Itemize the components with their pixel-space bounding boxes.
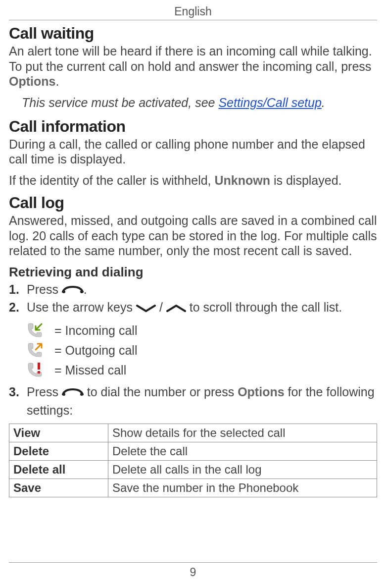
step-number: 1. xyxy=(9,281,27,298)
heading-call-log: Call log xyxy=(9,194,377,212)
option-label: Delete xyxy=(9,442,108,461)
list-item: = Incoming call xyxy=(27,322,377,339)
call-info-p2: If the identity of the caller is withhel… xyxy=(9,173,377,188)
option-label: Save xyxy=(9,479,108,497)
call-waiting-body: An alert tone will be heard if there is … xyxy=(9,44,377,89)
text: = Outgoing call xyxy=(54,343,137,358)
list-item: 2. Use the arrow keys / to scroll throug… xyxy=(9,299,377,317)
options-label: Options xyxy=(238,385,284,399)
text: to dial the number or press xyxy=(87,385,238,399)
settings-call-setup-link[interactable]: Settings/Call setup xyxy=(218,96,321,109)
list-item: = Outgoing call xyxy=(27,342,377,359)
text: Press xyxy=(27,282,62,296)
text: Press xyxy=(27,385,62,399)
option-desc: Delete all calls in the call log xyxy=(108,461,377,479)
options-table: View Show details for the selected call … xyxy=(9,424,377,497)
option-desc: Save the number in the Phonebook xyxy=(108,479,377,497)
option-desc: Delete the call xyxy=(108,442,377,461)
steps-list: 1. Press . 2. Use the arrow keys / to sc… xyxy=(9,281,377,317)
option-label: View xyxy=(9,424,108,442)
call-icon-legend: = Incoming call = Outgoing call = Missed… xyxy=(27,322,377,378)
svg-point-1 xyxy=(80,290,83,293)
text: If the identity of the caller is withhel… xyxy=(9,173,215,187)
call-log-body: Answered, missed, and outgoing calls are… xyxy=(9,213,377,259)
list-item: = Missed call xyxy=(27,362,377,378)
text: to scroll through the call list. xyxy=(190,300,342,314)
steps-list-cont: 3. Press to dial the number or press Opt… xyxy=(9,383,377,419)
svg-point-5 xyxy=(80,393,83,396)
text: An alert tone will be heard if there is … xyxy=(9,44,372,73)
missed-call-icon xyxy=(27,362,54,378)
unknown-label: Unknown xyxy=(215,173,271,187)
text: . xyxy=(84,282,87,296)
call-key-icon xyxy=(62,384,84,402)
text: . xyxy=(322,96,325,109)
page-number: 9 xyxy=(9,562,377,588)
table-row: Delete Delete the call xyxy=(9,442,377,461)
table-row: View Show details for the selected call xyxy=(9,424,377,442)
table-row: Delete all Delete all calls in the call … xyxy=(9,461,377,479)
step-number: 2. xyxy=(9,299,27,316)
call-key-icon xyxy=(62,282,84,299)
text: = Missed call xyxy=(54,363,126,377)
svg-rect-2 xyxy=(38,363,40,370)
heading-call-information: Call information xyxy=(9,117,377,136)
options-label: Options xyxy=(9,74,55,88)
list-item: 3. Press to dial the number or press Opt… xyxy=(9,383,377,419)
text: This service must be activated, see xyxy=(22,96,218,109)
call-waiting-note: This service must be activated, see Sett… xyxy=(22,95,377,110)
text: Use the arrow keys xyxy=(27,300,136,314)
text: = Incoming call xyxy=(54,323,137,338)
table-row: Save Save the number in the Phonebook xyxy=(9,479,377,497)
heading-call-waiting: Call waiting xyxy=(9,24,377,43)
heading-retrieving-dialing: Retrieving and dialing xyxy=(9,265,377,280)
svg-rect-3 xyxy=(38,371,40,374)
text: . xyxy=(55,74,59,88)
svg-point-0 xyxy=(62,290,65,293)
page-header: English xyxy=(9,0,377,20)
text: is displayed. xyxy=(270,173,342,187)
call-info-p1: During a call, the called or calling pho… xyxy=(9,137,377,167)
arrow-up-icon xyxy=(166,300,186,318)
outgoing-call-icon xyxy=(27,342,54,359)
svg-point-4 xyxy=(62,393,65,396)
list-item: 1. Press . xyxy=(9,281,377,299)
text: / xyxy=(159,300,166,314)
option-desc: Show details for the selected call xyxy=(108,424,377,442)
step-number: 3. xyxy=(9,383,27,401)
arrow-down-icon xyxy=(136,300,156,318)
incoming-call-icon xyxy=(27,322,54,339)
option-label: Delete all xyxy=(9,461,108,479)
